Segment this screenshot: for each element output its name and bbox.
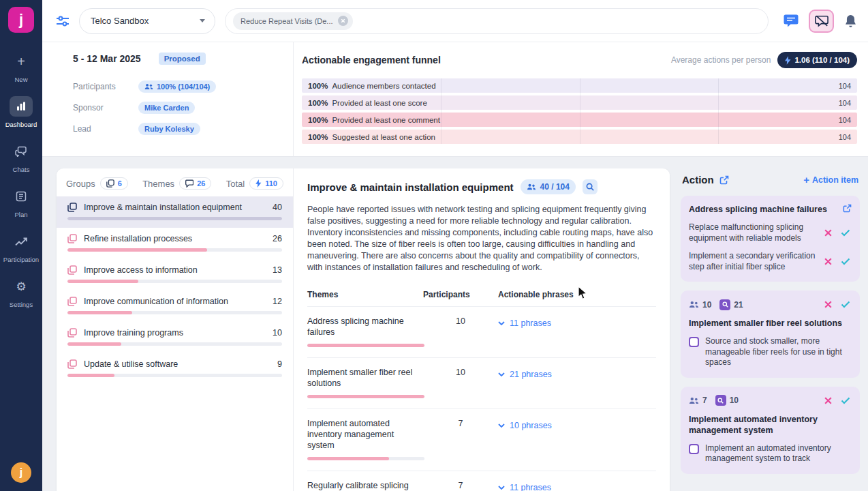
- task-checkbox[interactable]: [689, 444, 699, 454]
- chevron-down-icon: [498, 423, 505, 428]
- action-card-title: Implement smaller fiber reel solutions: [689, 318, 852, 329]
- phrases-link[interactable]: 11 phrases: [498, 318, 551, 328]
- action-suggestion: Implement a secondary verification step …: [689, 251, 852, 272]
- topbar-actions: [784, 10, 857, 33]
- chevron-down-icon: [498, 321, 505, 325]
- theme-row: Regularly calibrate splicing equipment 7…: [307, 471, 656, 491]
- search-phrases-icon[interactable]: [583, 179, 598, 194]
- total-count-badge[interactable]: 110: [249, 177, 283, 190]
- funnel-pct: 100%: [308, 116, 328, 124]
- sidebar: j + New Dashboard Chats: [0, 0, 42, 491]
- date-range: 5 - 12 Mar 2025: [73, 53, 141, 64]
- group-item[interactable]: Improve communication of information 12: [57, 291, 293, 322]
- add-action-item-button[interactable]: + Action item: [803, 175, 858, 185]
- phrases-label: 21 phrases: [510, 370, 552, 379]
- external-link-icon[interactable]: [719, 175, 729, 185]
- theme-participants: 7: [423, 418, 498, 428]
- total-count: 110: [265, 179, 277, 188]
- lead-chip[interactable]: Ruby Kolesky: [138, 123, 200, 135]
- funnel-row: 100% Provided at least one score 104: [302, 95, 857, 110]
- reject-icon[interactable]: [822, 299, 834, 310]
- chats-icon: [10, 141, 33, 162]
- phrases-link[interactable]: 21 phrases: [498, 370, 552, 379]
- theme-row: Implement smaller fiber reel solutions 1…: [307, 357, 656, 408]
- group-count: 26: [273, 234, 282, 243]
- sidebar-item-chats[interactable]: Chats: [0, 135, 42, 180]
- lightning-icon: [255, 179, 262, 188]
- logo-letter: j: [19, 11, 23, 29]
- filter-chip-label: Reduce Repeat Visits (De...: [241, 17, 333, 25]
- remove-filter-icon[interactable]: [338, 16, 348, 26]
- workspace-select[interactable]: Telco Sandbox: [79, 8, 215, 34]
- themes-count: 26: [197, 179, 205, 188]
- task-checkbox[interactable]: [689, 337, 699, 347]
- theme-name: Implement automated inventory management…: [307, 418, 423, 451]
- people-count: 10: [702, 300, 711, 310]
- filter-settings-icon[interactable]: [56, 16, 69, 27]
- group-name: Refine installation processes: [84, 234, 273, 243]
- app-logo[interactable]: j: [8, 7, 34, 33]
- bell-icon[interactable]: [844, 14, 857, 28]
- theme-row: Address splicing machine failures 10 11 …: [307, 306, 656, 357]
- sidebar-item-label: Settings: [10, 301, 33, 308]
- group-count: 9: [277, 359, 282, 369]
- accept-icon[interactable]: [839, 228, 852, 238]
- plus-icon: +: [10, 51, 33, 72]
- funnel-row: 100% Audience members contacted 104: [302, 78, 857, 93]
- accept-icon[interactable]: [839, 299, 852, 310]
- sidebar-item-participation[interactable]: Participation: [0, 225, 42, 270]
- group-item[interactable]: Refine installation processes 26: [57, 228, 293, 259]
- groups-count-badge[interactable]: 6: [100, 177, 128, 190]
- filter-chip[interactable]: Reduce Repeat Visits (De...: [233, 12, 353, 30]
- phrases-label: 10 phrases: [510, 421, 552, 430]
- group-name: Update & utilise software: [84, 359, 277, 369]
- reject-icon[interactable]: [822, 395, 834, 406]
- phrases-badge-icon: [715, 395, 726, 406]
- funnel-label: Suggested at least one action: [332, 133, 435, 141]
- chat-off-icon[interactable]: [809, 10, 834, 33]
- accept-icon[interactable]: [839, 396, 852, 406]
- funnel-row: 100% Provided at least one comment 104: [302, 113, 857, 127]
- funnel-title: Actionable engagement funnel: [302, 55, 441, 65]
- avatar-letter: j: [20, 466, 22, 479]
- group-item[interactable]: Improve access to information 13: [57, 259, 293, 291]
- sidebar-item-plan[interactable]: Plan: [0, 180, 42, 225]
- chevron-down-icon: [200, 19, 205, 23]
- sidebar-item-label: Chats: [13, 166, 30, 173]
- funnel-pct: 100%: [308, 133, 328, 141]
- external-link-icon[interactable]: [843, 204, 852, 213]
- group-progress-bar: [67, 311, 282, 314]
- sidebar-item-dashboard[interactable]: Dashboard: [0, 90, 42, 135]
- phrases-link[interactable]: 11 phrases: [498, 483, 551, 491]
- user-avatar[interactable]: j: [11, 462, 31, 483]
- phrases-count: 21: [734, 300, 743, 310]
- comments-icon[interactable]: [784, 14, 799, 27]
- theme-name: Implement smaller fiber reel solutions: [307, 367, 423, 389]
- funnel-label: Provided at least one comment: [332, 116, 440, 124]
- groups-pane: Groups 6 Themes 26: [57, 168, 294, 491]
- sidebar-item-label: Dashboard: [5, 121, 37, 128]
- action-card-title: Address splicing machine failures: [689, 204, 837, 215]
- themes-table-header: Themes Participants Actionable phrases: [307, 290, 656, 306]
- accept-icon[interactable]: [839, 256, 852, 267]
- themes-count-badge[interactable]: 26: [179, 177, 211, 190]
- sponsor-chip[interactable]: Mike Carden: [138, 102, 195, 114]
- reject-icon[interactable]: [822, 256, 834, 267]
- group-item[interactable]: Improve training programs 10: [57, 322, 293, 353]
- sidebar-item-settings[interactable]: ⚙ Settings: [0, 270, 42, 315]
- action-task: Implement an automated inventory managem…: [689, 443, 852, 464]
- action-suggestion-text: Replace malfunctioning splicing equipmen…: [689, 222, 822, 243]
- col-participants: Participants: [423, 290, 498, 299]
- task-text: Source and stock smaller, more manageabl…: [705, 336, 852, 368]
- phrases-link[interactable]: 10 phrases: [498, 421, 552, 430]
- top-bar: Telco Sandbox Reduce Repeat Visits (De..…: [42, 0, 868, 42]
- col-themes: Themes: [307, 290, 423, 299]
- group-icon: [67, 265, 84, 275]
- group-item[interactable]: Improve & maintain installation equipmen…: [57, 196, 293, 228]
- group-progress-bar: [67, 217, 282, 220]
- group-item[interactable]: Update & utilise software 9: [57, 353, 293, 385]
- sidebar-item-new[interactable]: + New: [0, 45, 42, 90]
- filter-bar[interactable]: Reduce Repeat Visits (De...: [225, 8, 769, 34]
- avg-actions-value: 1.06 (110 / 104): [794, 56, 850, 64]
- reject-icon[interactable]: [822, 227, 834, 239]
